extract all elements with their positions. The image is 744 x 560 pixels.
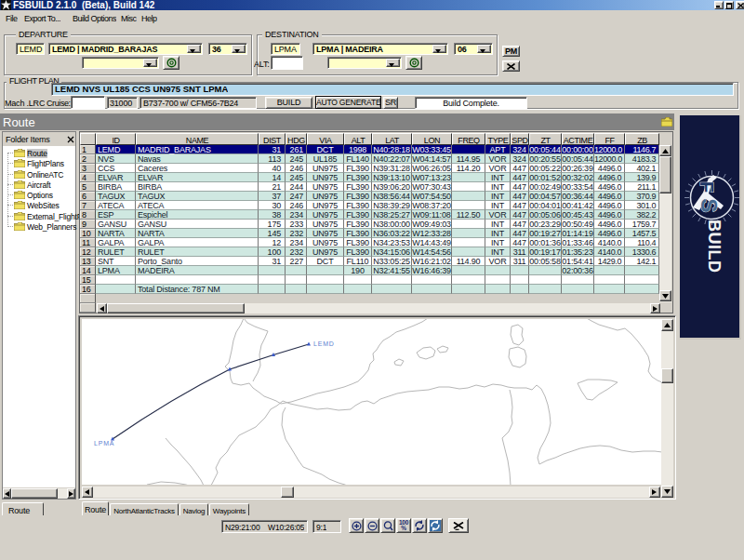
svg-text:F: F [697,181,717,193]
svg-text:S: S [697,198,721,212]
svg-text:LPMA: LPMA [94,440,114,447]
svg-text:LEMD: LEMD [313,340,335,347]
